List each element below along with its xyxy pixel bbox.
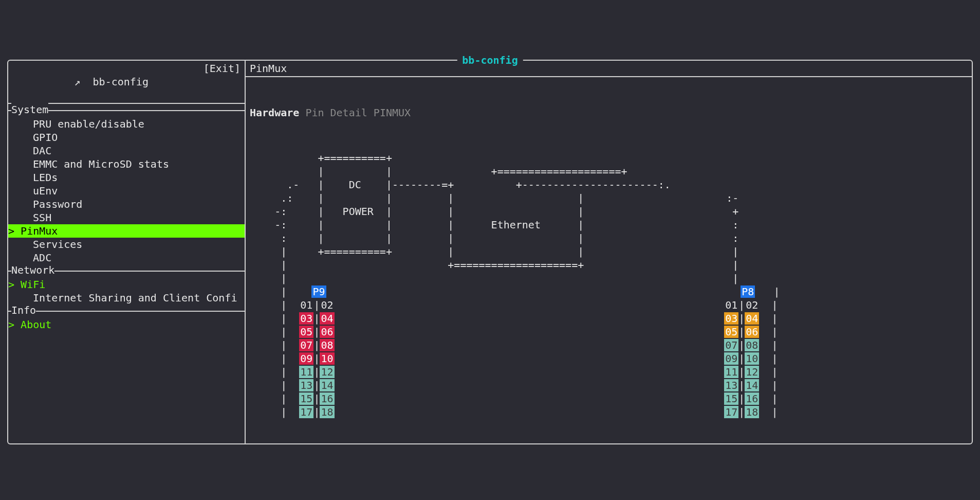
breadcrumb: bb-config	[93, 76, 149, 88]
sidebar-item-uenv[interactable]: uEnv	[8, 184, 245, 198]
sidebar-item-adc[interactable]: ADC	[8, 251, 245, 264]
tab-hardware[interactable]: Hardware	[250, 106, 299, 119]
section-header: System	[8, 110, 245, 111]
sidebar-item-gpio[interactable]: GPIO	[8, 131, 245, 144]
section-label: Info	[11, 303, 36, 317]
section-header: Info	[8, 311, 245, 312]
section-label: Network	[11, 263, 54, 277]
sidebar: ↗ bb-config [Exit] System PRU enable/dis…	[8, 61, 246, 443]
sidebar-item-ssh[interactable]: SSH	[8, 211, 245, 224]
sidebar-item-password[interactable]: Password	[8, 198, 245, 211]
app-window: bb-config ↗ bb-config [Exit] System PRU …	[7, 60, 973, 444]
main-title: PinMux	[246, 61, 972, 77]
tab-pinmux[interactable]: PINMUX	[374, 106, 411, 119]
sidebar-menu: System PRU enable/disable GPIO DAC EMMC …	[8, 104, 245, 331]
sidebar-item-internet-sharing-and-client-confi[interactable]: Internet Sharing and Client Confi	[8, 291, 245, 305]
window-title: bb-config	[457, 53, 523, 67]
tab-bar: Hardware Pin Detail PINMUX	[250, 106, 968, 119]
sidebar-item-about[interactable]: About	[8, 318, 245, 331]
section-label: System	[11, 103, 48, 116]
exit-button[interactable]: [Exit]	[204, 62, 241, 102]
sidebar-item-dac[interactable]: DAC	[8, 144, 245, 157]
sidebar-item-services[interactable]: Services	[8, 238, 245, 251]
sidebar-item-pinmux[interactable]: PinMux	[8, 224, 245, 238]
main-panel: PinMux Hardware Pin Detail PINMUX +=====…	[246, 61, 972, 443]
tab-pin-detail[interactable]: Pin Detail	[305, 106, 367, 119]
sidebar-item-leds[interactable]: LEDs	[8, 171, 245, 184]
breadcrumb-up-icon[interactable]: ↗	[74, 76, 80, 88]
hardware-diagram: +==========+ | | +====================+ …	[250, 151, 968, 419]
sidebar-item-emmc-and-microsd-stats[interactable]: EMMC and MicroSD stats	[8, 157, 245, 171]
sidebar-breadcrumb-bar: ↗ bb-config [Exit]	[8, 61, 245, 104]
sidebar-item-wifi[interactable]: WiFi	[8, 278, 245, 291]
sidebar-item-pru-enable-disable[interactable]: PRU enable/disable	[8, 117, 245, 131]
section-header: Network	[8, 271, 245, 272]
